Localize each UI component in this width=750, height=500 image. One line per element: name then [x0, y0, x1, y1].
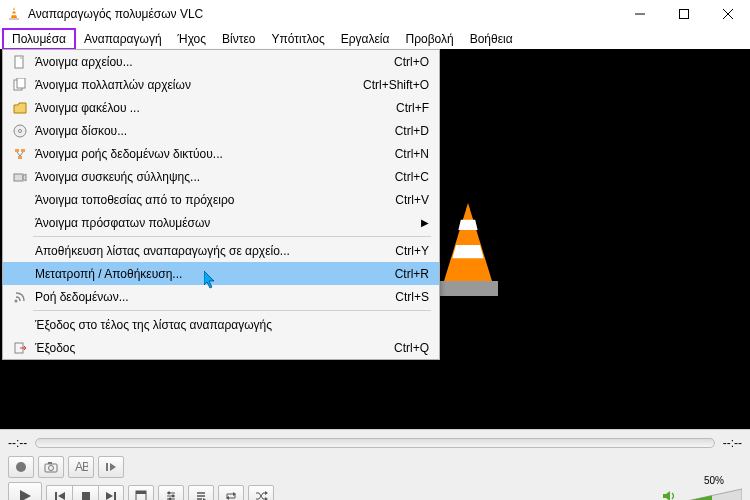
svg-rect-27 [55, 492, 57, 500]
menu-6[interactable]: Προβολή [397, 30, 461, 48]
svg-rect-2 [11, 14, 16, 16]
menu-2[interactable]: Ήχος [170, 30, 215, 48]
menu-item-shortcut: Ctrl+O [394, 55, 429, 69]
svg-point-35 [168, 492, 171, 495]
time-current: --:-- [8, 436, 27, 450]
stop-button[interactable] [72, 485, 98, 500]
stream-icon [9, 290, 31, 304]
menu-item-shortcut: Ctrl+Y [395, 244, 429, 258]
navigation-group [46, 485, 124, 500]
menu-item-shortcut: Ctrl+Q [394, 341, 429, 355]
menu-item-9[interactable]: Αποθήκευση λίστας αναπαραγωγής σε αρχείο… [3, 239, 439, 262]
menu-item-label: Ροή δεδομένων... [31, 290, 395, 304]
menu-item-14[interactable]: ΈξοδοςCtrl+Q [3, 336, 439, 359]
svg-rect-4 [680, 10, 689, 19]
play-button[interactable] [8, 482, 42, 500]
menu-item-label: Άνοιγμα συσκευής σύλληψης... [31, 170, 395, 184]
menu-0[interactable]: Πολυμέσα [2, 28, 76, 50]
snapshot-button[interactable] [38, 456, 64, 478]
menu-item-3[interactable]: Άνοιγμα δίσκου...Ctrl+D [3, 119, 439, 142]
menu-item-shortcut: Ctrl+S [395, 290, 429, 304]
menu-separator [33, 236, 431, 237]
playback-row: 50% [8, 482, 742, 500]
volume-control: 50% [662, 487, 742, 500]
svg-rect-9 [17, 78, 25, 88]
menu-item-1[interactable]: Άνοιγμα πολλαπλών αρχείωνCtrl+Shift+O [3, 73, 439, 96]
file-icon [9, 55, 31, 69]
svg-point-18 [15, 299, 18, 302]
menu-item-10[interactable]: Μετατροπή / Αποθήκευση...Ctrl+R [3, 262, 439, 285]
menu-item-0[interactable]: Άνοιγμα αρχείου...Ctrl+O [3, 50, 439, 73]
close-button[interactable] [706, 0, 750, 28]
frame-step-button[interactable] [98, 456, 124, 478]
menu-item-label: Αποθήκευση λίστας αναπαραγωγής σε αρχείο… [31, 244, 395, 258]
exit-icon [9, 341, 31, 355]
menu-item-shortcut: Ctrl+R [395, 267, 429, 281]
vlc-cone-background-icon [438, 169, 498, 339]
svg-rect-13 [21, 149, 25, 152]
menu-item-6[interactable]: Άνοιγμα τοποθεσίας από το πρόχειροCtrl+V [3, 188, 439, 211]
svg-point-36 [172, 495, 175, 498]
menu-4[interactable]: Υπότιτλος [264, 30, 333, 48]
submenu-arrow-icon: ▶ [421, 217, 429, 228]
menu-item-label: Μετατροπή / Αποθήκευση... [31, 267, 395, 281]
next-button[interactable] [98, 485, 124, 500]
record-row: AB [8, 456, 742, 478]
window-controls [618, 0, 750, 28]
menu-1[interactable]: Αναπαραγωγή [76, 30, 170, 48]
playlist-button[interactable] [188, 485, 214, 500]
network-icon [9, 147, 31, 161]
svg-text:B: B [82, 461, 88, 473]
record-button[interactable] [8, 456, 34, 478]
menu-3[interactable]: Βίντεο [214, 30, 263, 48]
menu-item-13[interactable]: Έξοδος στο τέλος της λίστας αναπαραγωγής [3, 313, 439, 336]
menu-item-5[interactable]: Άνοιγμα συσκευής σύλληψης...Ctrl+C [3, 165, 439, 188]
menu-item-11[interactable]: Ροή δεδομένων...Ctrl+S [3, 285, 439, 308]
svg-point-11 [19, 129, 22, 132]
controls-panel: --:-- --:-- AB 50% [0, 429, 750, 500]
menu-5[interactable]: Εργαλεία [333, 30, 398, 48]
folder-icon [9, 101, 31, 115]
svg-rect-28 [82, 492, 90, 500]
shuffle-button[interactable] [248, 485, 274, 500]
menu-item-label: Άνοιγμα ροής δεδομένων δικτύου... [31, 147, 395, 161]
loop-ab-button[interactable]: AB [68, 456, 94, 478]
svg-rect-1 [12, 10, 16, 11]
menu-item-7[interactable]: Άνοιγμα πρόσφατων πολυμέσων▶ [3, 211, 439, 234]
menu-item-4[interactable]: Άνοιγμα ροής δεδομένων δικτύου...Ctrl+N [3, 142, 439, 165]
menu-7[interactable]: Βοήθεια [462, 30, 521, 48]
previous-button[interactable] [46, 485, 72, 500]
menu-separator [33, 310, 431, 311]
svg-point-20 [16, 462, 26, 472]
menubar: ΠολυμέσαΑναπαραγωγήΉχοςΒίντεοΥπότιτλοςΕρ… [0, 28, 750, 49]
menu-item-shortcut: Ctrl+Shift+O [363, 78, 429, 92]
speaker-icon[interactable] [662, 489, 678, 500]
menu-item-label: Άνοιγμα δίσκου... [31, 124, 395, 138]
fullscreen-button[interactable] [128, 485, 154, 500]
menu-item-label: Έξοδος στο τέλος της λίστας αναπαραγωγής [31, 318, 429, 332]
svg-rect-31 [136, 491, 146, 494]
svg-line-15 [17, 152, 20, 156]
maximize-button[interactable] [662, 0, 706, 28]
window-title: Αναπαραγωγός πολυμέσων VLC [28, 7, 618, 21]
volume-slider[interactable] [682, 487, 742, 500]
media-menu-dropdown: Άνοιγμα αρχείου...Ctrl+OΆνοιγμα πολλαπλώ… [2, 49, 440, 360]
volume-percent: 50% [704, 475, 724, 486]
seek-slider[interactable] [35, 438, 714, 448]
minimize-button[interactable] [618, 0, 662, 28]
seek-row: --:-- --:-- [8, 434, 742, 452]
menu-item-label: Άνοιγμα πολλαπλών αρχείων [31, 78, 363, 92]
menu-item-label: Άνοιγμα φακέλου ... [31, 101, 396, 115]
svg-rect-0 [9, 18, 19, 20]
menu-item-label: Άνοιγμα τοποθεσίας από το πρόχειρο [31, 193, 395, 207]
extended-settings-button[interactable] [158, 485, 184, 500]
menu-item-2[interactable]: Άνοιγμα φακέλου ...Ctrl+F [3, 96, 439, 119]
menu-item-shortcut: Ctrl+F [396, 101, 429, 115]
files-icon [9, 78, 31, 92]
svg-rect-23 [48, 462, 52, 464]
menu-item-label: Έξοδος [31, 341, 394, 355]
menu-item-label: Άνοιγμα αρχείου... [31, 55, 394, 69]
loop-button[interactable] [218, 485, 244, 500]
svg-rect-12 [15, 149, 19, 152]
svg-line-16 [20, 152, 23, 156]
